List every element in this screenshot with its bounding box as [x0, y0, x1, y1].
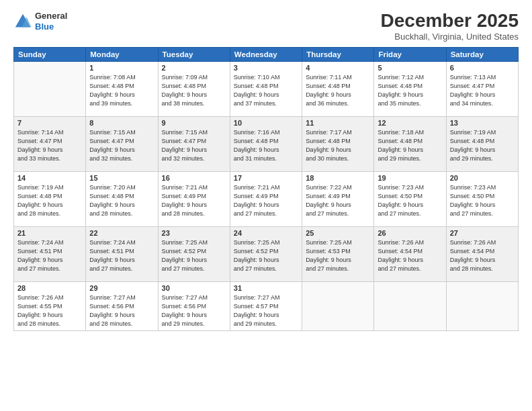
day-info: Sunrise: 7:23 AMSunset: 4:50 PMDaylight:…: [450, 183, 515, 218]
location: Buckhall, Virginia, United States: [381, 32, 519, 42]
day-info: Sunrise: 7:24 AMSunset: 4:51 PMDaylight:…: [89, 238, 154, 273]
table-row: 15Sunrise: 7:20 AMSunset: 4:48 PMDayligh…: [86, 171, 158, 226]
table-row: 26Sunrise: 7:26 AMSunset: 4:54 PMDayligh…: [374, 226, 446, 281]
day-info: Sunrise: 7:11 AMSunset: 4:48 PMDaylight:…: [306, 73, 370, 108]
day-info: Sunrise: 7:15 AMSunset: 4:47 PMDaylight:…: [89, 128, 154, 163]
table-row: 30Sunrise: 7:27 AMSunset: 4:56 PMDayligh…: [158, 281, 230, 330]
table-row: 28Sunrise: 7:26 AMSunset: 4:55 PMDayligh…: [14, 281, 86, 330]
day-info: Sunrise: 7:08 AMSunset: 4:48 PMDaylight:…: [89, 73, 154, 108]
day-number: 6: [450, 64, 515, 72]
table-row: 9Sunrise: 7:15 AMSunset: 4:47 PMDaylight…: [158, 116, 230, 171]
day-number: 3: [234, 64, 298, 72]
day-info: Sunrise: 7:26 AMSunset: 4:54 PMDaylight:…: [450, 238, 515, 273]
col-monday: Monday: [86, 47, 158, 61]
table-row: 16Sunrise: 7:21 AMSunset: 4:49 PMDayligh…: [158, 171, 230, 226]
table-row: 1Sunrise: 7:08 AMSunset: 4:48 PMDaylight…: [86, 61, 158, 116]
table-row: [302, 281, 374, 330]
day-number: 1: [89, 64, 154, 72]
day-info: Sunrise: 7:15 AMSunset: 4:47 PMDaylight:…: [162, 128, 226, 163]
month-title: December 2025: [381, 11, 519, 32]
calendar-week-4: 21Sunrise: 7:24 AMSunset: 4:51 PMDayligh…: [14, 226, 519, 281]
table-row: 3Sunrise: 7:10 AMSunset: 4:48 PMDaylight…: [230, 61, 302, 116]
day-number: 19: [378, 174, 442, 182]
table-row: 19Sunrise: 7:23 AMSunset: 4:50 PMDayligh…: [374, 171, 446, 226]
day-info: Sunrise: 7:27 AMSunset: 4:56 PMDaylight:…: [89, 293, 154, 328]
day-number: 11: [306, 119, 370, 127]
table-row: 21Sunrise: 7:24 AMSunset: 4:51 PMDayligh…: [14, 226, 86, 281]
day-info: Sunrise: 7:12 AMSunset: 4:48 PMDaylight:…: [378, 73, 442, 108]
table-row: [446, 281, 518, 330]
day-info: Sunrise: 7:18 AMSunset: 4:48 PMDaylight:…: [378, 128, 442, 163]
table-row: 2Sunrise: 7:09 AMSunset: 4:48 PMDaylight…: [158, 61, 230, 116]
day-info: Sunrise: 7:16 AMSunset: 4:48 PMDaylight:…: [234, 128, 298, 163]
page: General Blue December 2025 Buckhall, Vir…: [0, 0, 532, 411]
day-info: Sunrise: 7:10 AMSunset: 4:48 PMDaylight:…: [234, 73, 298, 108]
day-number: 10: [234, 119, 298, 127]
day-info: Sunrise: 7:27 AMSunset: 4:56 PMDaylight:…: [162, 293, 226, 328]
table-row: 24Sunrise: 7:25 AMSunset: 4:52 PMDayligh…: [230, 226, 302, 281]
day-number: 25: [306, 229, 370, 237]
day-number: 31: [234, 284, 298, 292]
header: General Blue December 2025 Buckhall, Vir…: [13, 11, 519, 42]
calendar-header-row: Sunday Monday Tuesday Wednesday Thursday…: [14, 47, 519, 61]
day-number: 28: [17, 284, 82, 292]
day-number: 29: [89, 284, 154, 292]
table-row: 25Sunrise: 7:25 AMSunset: 4:53 PMDayligh…: [302, 226, 374, 281]
calendar-table: Sunday Monday Tuesday Wednesday Thursday…: [13, 47, 519, 331]
logo-blue: Blue: [35, 21, 67, 32]
col-sunday: Sunday: [14, 47, 86, 61]
col-thursday: Thursday: [302, 47, 374, 61]
day-number: 13: [450, 119, 515, 127]
day-number: 15: [89, 174, 154, 182]
logo: General Blue: [13, 11, 67, 32]
day-number: 27: [450, 229, 515, 237]
table-row: 4Sunrise: 7:11 AMSunset: 4:48 PMDaylight…: [302, 61, 374, 116]
table-row: 13Sunrise: 7:19 AMSunset: 4:48 PMDayligh…: [446, 116, 518, 171]
day-info: Sunrise: 7:24 AMSunset: 4:51 PMDaylight:…: [17, 238, 82, 273]
day-info: Sunrise: 7:20 AMSunset: 4:48 PMDaylight:…: [89, 183, 154, 218]
day-number: 17: [234, 174, 298, 182]
logo-icon: [13, 12, 32, 31]
table-row: 5Sunrise: 7:12 AMSunset: 4:48 PMDaylight…: [374, 61, 446, 116]
table-row: 14Sunrise: 7:19 AMSunset: 4:48 PMDayligh…: [14, 171, 86, 226]
col-friday: Friday: [374, 47, 446, 61]
table-row: 7Sunrise: 7:14 AMSunset: 4:47 PMDaylight…: [14, 116, 86, 171]
day-info: Sunrise: 7:14 AMSunset: 4:47 PMDaylight:…: [17, 128, 82, 163]
day-number: 22: [89, 229, 154, 237]
calendar-week-1: 1Sunrise: 7:08 AMSunset: 4:48 PMDaylight…: [14, 61, 519, 116]
day-info: Sunrise: 7:22 AMSunset: 4:49 PMDaylight:…: [306, 183, 370, 218]
day-number: 18: [306, 174, 370, 182]
day-number: 16: [162, 174, 226, 182]
col-saturday: Saturday: [446, 47, 518, 61]
day-number: 30: [162, 284, 226, 292]
calendar-week-3: 14Sunrise: 7:19 AMSunset: 4:48 PMDayligh…: [14, 171, 519, 226]
col-tuesday: Tuesday: [158, 47, 230, 61]
day-number: 7: [17, 119, 82, 127]
table-row: 23Sunrise: 7:25 AMSunset: 4:52 PMDayligh…: [158, 226, 230, 281]
day-info: Sunrise: 7:25 AMSunset: 4:52 PMDaylight:…: [234, 238, 298, 273]
table-row: 27Sunrise: 7:26 AMSunset: 4:54 PMDayligh…: [446, 226, 518, 281]
table-row: 10Sunrise: 7:16 AMSunset: 4:48 PMDayligh…: [230, 116, 302, 171]
day-number: 14: [17, 174, 82, 182]
day-info: Sunrise: 7:19 AMSunset: 4:48 PMDaylight:…: [17, 183, 82, 218]
col-wednesday: Wednesday: [230, 47, 302, 61]
day-number: 2: [162, 64, 226, 72]
day-number: 26: [378, 229, 442, 237]
day-number: 21: [17, 229, 82, 237]
table-row: 12Sunrise: 7:18 AMSunset: 4:48 PMDayligh…: [374, 116, 446, 171]
day-info: Sunrise: 7:13 AMSunset: 4:47 PMDaylight:…: [450, 73, 515, 108]
day-number: 12: [378, 119, 442, 127]
table-row: 6Sunrise: 7:13 AMSunset: 4:47 PMDaylight…: [446, 61, 518, 116]
table-row: 29Sunrise: 7:27 AMSunset: 4:56 PMDayligh…: [86, 281, 158, 330]
logo-text: General Blue: [35, 11, 67, 32]
day-info: Sunrise: 7:25 AMSunset: 4:52 PMDaylight:…: [162, 238, 226, 273]
day-info: Sunrise: 7:19 AMSunset: 4:48 PMDaylight:…: [450, 128, 515, 163]
day-info: Sunrise: 7:27 AMSunset: 4:57 PMDaylight:…: [234, 293, 298, 328]
day-info: Sunrise: 7:21 AMSunset: 4:49 PMDaylight:…: [162, 183, 226, 218]
calendar-week-2: 7Sunrise: 7:14 AMSunset: 4:47 PMDaylight…: [14, 116, 519, 171]
table-row: 22Sunrise: 7:24 AMSunset: 4:51 PMDayligh…: [86, 226, 158, 281]
day-number: 20: [450, 174, 515, 182]
day-number: 9: [162, 119, 226, 127]
table-row: 18Sunrise: 7:22 AMSunset: 4:49 PMDayligh…: [302, 171, 374, 226]
table-row: 17Sunrise: 7:21 AMSunset: 4:49 PMDayligh…: [230, 171, 302, 226]
